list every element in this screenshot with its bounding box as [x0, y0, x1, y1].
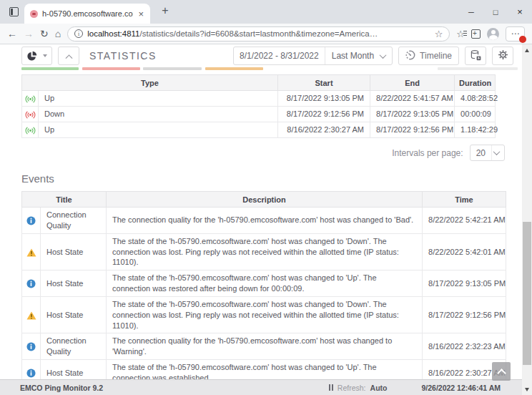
profile-avatar[interactable]: [487, 28, 499, 40]
scroll-to-top-button[interactable]: [492, 362, 511, 381]
intervals-per-page-select[interactable]: 20: [470, 145, 505, 161]
window-close-button[interactable]: ×: [508, 0, 532, 24]
event-description: The state of the 'h-05790.emcosoftware.c…: [107, 233, 423, 270]
browser-toolbar: ← → ↻ ⌂ i localhost:4811/statistics/deta…: [0, 24, 532, 44]
event-status-icon: [26, 369, 36, 378]
interval-end: 8/17/2022 9:13:05 PM: [370, 107, 455, 122]
events-heading: Events: [21, 172, 522, 185]
interval-row[interactable]: Up 8/17/2022 9:13:05 PM 8/22/2022 5:41:5…: [22, 91, 496, 107]
event-description: The connection quality for the 'h-05790.…: [107, 208, 423, 234]
window-minimize-button[interactable]: ─: [459, 0, 483, 24]
event-row[interactable]: Connection Quality The connection qualit…: [22, 208, 506, 234]
status-timestamp: 9/26/2022 12:46:41 AM: [421, 384, 501, 392]
event-description: The connection quality for the 'h-05790.…: [107, 333, 423, 360]
site-info-icon[interactable]: i: [74, 29, 83, 38]
header-controls: 8/1/2022 - 8/31/2022 Last Month Timeline: [233, 47, 513, 65]
tab-actions-icon: [9, 7, 19, 16]
col-time: Time: [423, 192, 506, 208]
scrollbar-thumb[interactable]: [523, 222, 531, 365]
interval-type: Down: [39, 107, 278, 122]
new-tab-button[interactable]: +: [158, 4, 172, 17]
browser-menu-button[interactable]: ⋯: [506, 26, 525, 42]
event-status-icon: [26, 248, 36, 257]
refresh-value[interactable]: Auto: [370, 384, 388, 392]
period-select[interactable]: Last Month: [325, 47, 392, 64]
col-description: Description: [107, 192, 423, 208]
chevron-down-icon: [491, 145, 504, 160]
signal-icon: [25, 127, 36, 135]
interval-row[interactable]: Up 8/16/2022 2:30:27 AM 8/17/2022 9:12:5…: [22, 122, 496, 138]
tab-close-icon[interactable]: ×: [137, 9, 144, 19]
event-status-icon: [26, 311, 36, 320]
scrollbar-down-arrow[interactable]: [522, 384, 532, 394]
intervals-per-page-label: Intervals per page:: [392, 148, 463, 158]
interval-start: 8/16/2022 2:30:27 AM: [278, 122, 370, 138]
back-icon[interactable]: ←: [7, 29, 17, 39]
vertical-scrollbar[interactable]: [522, 44, 532, 395]
refresh-label: Refresh:: [338, 384, 366, 392]
event-time: 8/17/2022 9:13:05 PM: [423, 270, 506, 297]
interval-end: 8/17/2022 9:12:56 PM: [370, 122, 455, 138]
add-favorite-star-icon[interactable]: ☆: [435, 29, 443, 39]
favorites-icon[interactable]: ☆: [456, 29, 465, 39]
timeline-icon: [405, 50, 415, 62]
window-maximize-button[interactable]: □: [483, 0, 508, 24]
chevron-down-icon: [380, 52, 387, 59]
settings-button[interactable]: [492, 47, 513, 65]
col-duration: Duration: [455, 75, 496, 91]
event-row[interactable]: Connection Quality The connection qualit…: [22, 333, 506, 360]
event-time: 8/22/2022 5:42:21 AM: [423, 208, 506, 234]
interval-type: Up: [39, 122, 278, 138]
event-row[interactable]: Host State The state of the 'h-05790.emc…: [22, 360, 506, 379]
col-start: Start: [278, 75, 370, 91]
export-data-button[interactable]: [465, 47, 486, 65]
interval-start: 8/17/2022 9:12:56 PM: [278, 107, 370, 122]
scrollbar-up-arrow[interactable]: [522, 45, 532, 55]
col-title: Title: [22, 192, 107, 208]
light-strip: [438, 67, 518, 70]
refresh-icon[interactable]: ↻: [40, 29, 49, 39]
event-title: Connection Quality: [41, 208, 107, 234]
event-title: Host State: [41, 270, 107, 297]
statistics-page: STATISTICS 8/1/2022 - 8/31/2022 Last Mon…: [0, 44, 522, 379]
event-description: The state of the 'h-05790.emcosoftware.c…: [107, 360, 423, 379]
intervals-header-row: Type Start End Duration: [22, 75, 496, 91]
event-description: The state of the 'h-05790.emcosoftware.c…: [107, 296, 423, 333]
intervals-table: Type Start End Duration Up 8/17/2022 9:1…: [21, 74, 496, 138]
url-text: localhost:4811/statistics/details?id=660…: [87, 29, 378, 38]
notification-badge: [519, 36, 526, 43]
event-status-icon: [26, 216, 36, 225]
event-row[interactable]: Host State The state of the 'h-05790.emc…: [22, 270, 506, 297]
timeline-button[interactable]: Timeline: [398, 47, 459, 65]
browser-tab[interactable]: h-05790.emcosoftware.com - Sta ×: [24, 4, 150, 24]
event-row[interactable]: Host State The state of the 'h-05790.emc…: [22, 233, 506, 270]
quality-strip: [205, 67, 263, 70]
event-time: 8/16/2022 2:32:23 AM: [423, 333, 506, 360]
event-status-icon: [26, 342, 36, 351]
events-table: Title Description Time Connection Qualit…: [21, 191, 506, 379]
summary-cards-edge: [0, 67, 522, 71]
browser-tab-strip: h-05790.emcosoftware.com - Sta × + ─ □ ×: [0, 0, 532, 24]
pause-icon[interactable]: [329, 384, 333, 391]
app-name: EMCO Ping Monitor 9.2: [20, 384, 103, 392]
event-row[interactable]: Host State The state of the 'h-05790.emc…: [22, 296, 506, 333]
window-controls: ─ □ ×: [459, 0, 532, 24]
tab-actions-button[interactable]: [5, 4, 22, 21]
date-range-control[interactable]: 8/1/2022 - 8/31/2022 Last Month: [233, 47, 393, 65]
more-icon: ⋯: [511, 29, 520, 39]
home-icon[interactable]: ⌂: [55, 29, 61, 39]
interval-row[interactable]: Down 8/17/2022 9:12:56 PM 8/17/2022 9:13…: [22, 107, 496, 122]
address-bar[interactable]: i localhost:4811/statistics/details?id=6…: [67, 26, 450, 42]
collections-icon[interactable]: [471, 29, 481, 39]
event-title: Host State: [41, 296, 107, 333]
chevron-down-icon[interactable]: [41, 54, 51, 57]
chart-type-button[interactable]: [21, 47, 52, 65]
signal-icon: [25, 95, 36, 103]
site-favicon-icon: [30, 10, 38, 18]
tab-title: h-05790.emcosoftware.com - Sta: [42, 9, 133, 18]
collapse-summary-button[interactable]: [58, 47, 79, 65]
date-range-value[interactable]: 8/1/2022 - 8/31/2022: [234, 51, 325, 61]
gear-icon: [498, 49, 508, 62]
unknown-strip: [143, 67, 202, 70]
forward-icon: →: [24, 29, 34, 39]
